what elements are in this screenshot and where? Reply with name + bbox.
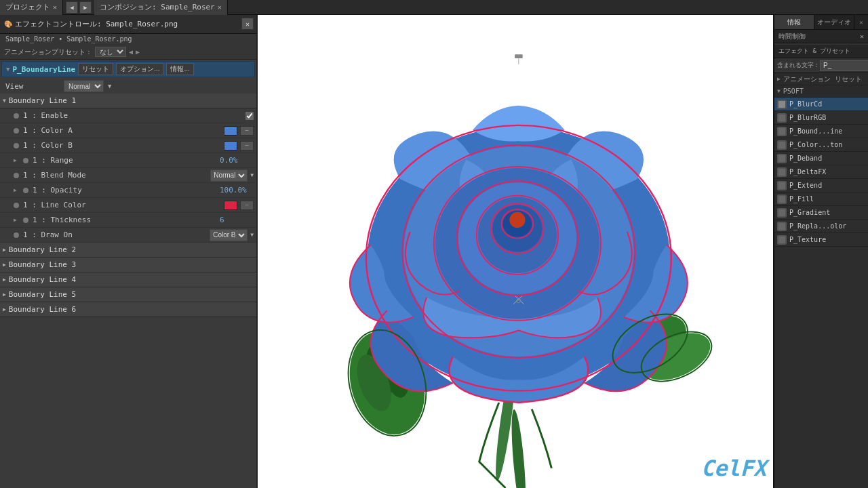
boundary-line-6-header[interactable]: ▶ Boundary Line 6 — [0, 302, 256, 317]
effect-item-blurcd[interactable]: P_BlurCd — [774, 98, 868, 111]
psoft-label: PSOFT — [783, 87, 804, 95]
time-control-close[interactable]: ✕ — [860, 33, 864, 40]
view-select[interactable]: Normal — [64, 80, 104, 92]
panel-close-button[interactable]: ✕ — [241, 18, 254, 30]
effect-item-texture[interactable]: P_Texture — [774, 233, 868, 247]
svg-rect-35 — [778, 142, 785, 148]
boundary-line-5-arrow: ▶ — [3, 291, 6, 298]
project-tab-close[interactable]: ✕ — [53, 3, 57, 11]
search-bar: 含まれる文字： — [774, 58, 868, 73]
contains-label: 含まれる文字： — [777, 61, 820, 70]
enable-dot — [14, 113, 19, 119]
effect-icon-texture — [777, 235, 787, 245]
svg-rect-39 — [778, 196, 785, 203]
effect-collapse-arrow[interactable]: ▼ — [6, 66, 9, 73]
opacity-value: 100.0% — [220, 186, 254, 195]
boundary-line-2-label: Boundary Line 2 — [9, 245, 76, 254]
icon-btn-2[interactable]: ▶ — [79, 1, 92, 14]
audio-tab-label: オーディオ — [817, 18, 851, 27]
effect-item-replcolor[interactable]: P_Repla...olor — [774, 220, 868, 233]
opacity-row: ▶ 1 : Opacity 100.0% — [0, 183, 256, 198]
rose-canvas — [258, 15, 773, 488]
effect-info-button[interactable]: 情報... — [166, 63, 193, 75]
animation-preset-select[interactable]: なし — [95, 47, 126, 57]
color-b-label: 1 : Color B — [23, 141, 221, 150]
effect-icon-replcolor — [777, 222, 787, 231]
effect-name: P_BoundaryLine — [12, 65, 75, 74]
svg-rect-32 — [778, 101, 785, 108]
effect-item-boundline[interactable]: P_Bound...ine — [774, 125, 868, 138]
blend-mode-row: 1 : Blend Mode Normal ▼ — [0, 168, 256, 183]
icon-btn-1[interactable]: ◀ — [66, 1, 78, 14]
view-label: View — [5, 82, 60, 91]
draw-on-select[interactable]: Color B — [210, 229, 248, 241]
effect-item-fill[interactable]: P_Fill — [774, 192, 868, 206]
effect-item-deltafx[interactable]: P_DeltaFX — [774, 165, 868, 179]
main-layout: 🎨 エフェクトコントロール: Sample_Roser.png ✕ Sample… — [0, 15, 868, 488]
draw-on-dot — [14, 232, 19, 238]
effect-label-blurcd: P_BlurCd — [789, 100, 822, 108]
info-tab[interactable]: 情報 — [774, 15, 814, 29]
effect-icon-blurrgb — [777, 113, 787, 123]
range-label: 1 : Range — [33, 156, 217, 165]
effect-icon-deband — [777, 154, 787, 163]
boundary-line-3-label: Boundary Line 3 — [9, 260, 76, 269]
range-toggle[interactable]: ▶ — [14, 157, 20, 163]
boundary-line-3-header[interactable]: ▶ Boundary Line 3 — [0, 258, 256, 272]
opacity-toggle[interactable]: ▶ — [14, 187, 20, 193]
project-tab[interactable]: プロジェクト ✕ — [0, 0, 63, 15]
color-a-label: 1 : Color A — [23, 126, 221, 135]
effect-item-deband[interactable]: P_Deband — [774, 152, 868, 165]
range-value: 0.0% — [220, 156, 254, 165]
svg-rect-40 — [778, 209, 785, 216]
effect-label-texture: P_Texture — [789, 236, 826, 243]
thickness-toggle[interactable]: ▶ — [14, 217, 20, 223]
boundary-line-5-header[interactable]: ▶ Boundary Line 5 — [0, 287, 256, 302]
effect-item-colorton[interactable]: P_Color...ton — [774, 138, 868, 152]
effect-icon-gradient — [777, 208, 787, 218]
effect-icon-fill — [777, 195, 787, 204]
enable-checkbox[interactable] — [245, 112, 254, 120]
right-panel: 情報 オーディオ ✕ 時間制御 ✕ エフェクト & プリセット 含まれる文字： … — [773, 15, 868, 488]
boundary-line-2-header[interactable]: ▶ Boundary Line 2 — [0, 243, 256, 258]
effects-presets-label: エフェクト & プリセット — [778, 47, 850, 56]
cellfx-logo: CelFX — [701, 455, 766, 481]
effect-item-blurrgb[interactable]: P_BlurRGB — [774, 111, 868, 125]
right-panel-close[interactable]: ✕ — [854, 15, 868, 29]
boundary-line-1-header[interactable]: ▼ Boundary Line 1 — [0, 94, 256, 108]
effect-reset-button[interactable]: リセット — [78, 63, 113, 75]
anim-section-arrow: ▶ — [777, 76, 781, 82]
info-tab-label: 情報 — [787, 18, 801, 27]
blend-mode-dot — [14, 173, 19, 178]
svg-rect-38 — [778, 182, 785, 189]
color-b-button[interactable]: — — [240, 141, 254, 150]
boundary-line-1-arrow: ▼ — [3, 98, 6, 104]
preset-arrow-left[interactable]: ◀ — [129, 48, 133, 56]
effect-item-gradient[interactable]: P_Gradient — [774, 206, 868, 220]
color-a-button[interactable]: — — [240, 126, 254, 136]
line-color-button[interactable]: — — [240, 201, 254, 210]
canvas-area: CelFX — [258, 15, 773, 488]
boundary-line-3-arrow: ▶ — [3, 262, 6, 268]
boundary-line-4-header[interactable]: ▶ Boundary Line 4 — [0, 272, 256, 287]
view-dropdown-arrow: ▼ — [108, 83, 111, 89]
composition-tab-close[interactable]: ✕ — [218, 3, 222, 11]
line-color-swatch[interactable] — [224, 201, 237, 210]
audio-tab[interactable]: オーディオ — [814, 15, 854, 29]
color-a-swatch[interactable] — [224, 126, 237, 136]
composition-tab[interactable]: コンポジション: Sample_Roser ✕ — [94, 0, 228, 15]
enable-row: 1 : Enable — [0, 108, 256, 123]
draw-on-row: 1 : Draw On Color B ▼ — [0, 228, 256, 243]
color-b-swatch[interactable] — [224, 141, 237, 150]
effect-label-fill: P_Fill — [789, 195, 814, 203]
line-color-label: 1 : Line Color — [23, 201, 221, 209]
effects-search-input[interactable] — [820, 60, 868, 71]
effect-label-gradient: P_Gradient — [789, 209, 830, 216]
boundary-line-5-label: Boundary Line 5 — [9, 290, 76, 299]
blend-mode-select[interactable]: Normal — [210, 169, 248, 182]
preset-arrow-right[interactable]: ▶ — [136, 48, 140, 56]
effect-options-button[interactable]: オプション... — [116, 63, 163, 75]
psoft-section-header[interactable]: ▼ PSOFT — [774, 85, 868, 98]
animation-section-header[interactable]: ▶ アニメーション リセット — [774, 73, 868, 85]
effect-item-extend[interactable]: P_Extend — [774, 179, 868, 192]
